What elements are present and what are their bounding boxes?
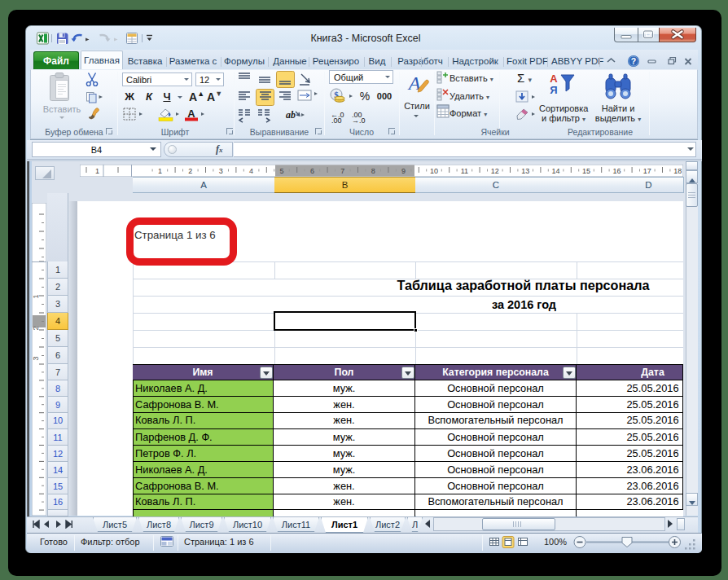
svg-text:3: 3 [32,356,40,360]
svg-text:10: 10 [430,167,438,175]
svg-text:15: 15 [582,167,590,175]
svg-text:5: 5 [279,167,283,175]
svg-text:18: 18 [673,167,682,175]
svg-text:2: 2 [188,167,192,175]
svg-text:Я: Я [550,84,557,96]
svg-text:4: 4 [249,167,253,175]
svg-text:13: 13 [521,167,529,175]
svg-text:12: 12 [491,167,499,175]
svg-text:6: 6 [310,167,314,175]
svg-text:17: 17 [643,167,651,175]
svg-text:1: 1 [32,294,40,298]
svg-text:2: 2 [32,326,40,330]
svg-text:?: ? [631,56,636,66]
svg-text:11: 11 [461,167,468,175]
svg-text:А: А [550,72,558,85]
svg-text:ab: ab [286,109,296,121]
svg-text:9: 9 [401,167,406,175]
svg-text:16: 16 [612,167,621,175]
svg-text:%: % [360,90,370,103]
svg-text:1: 1 [158,167,162,175]
svg-text:8: 8 [371,167,375,175]
svg-text:1: 1 [95,167,99,175]
svg-text:7: 7 [340,167,344,175]
svg-text:.00: .00 [331,116,342,124]
svg-text:14: 14 [552,167,560,175]
svg-text:000: 000 [377,91,392,101]
svg-text:→.0: →.0 [352,116,366,124]
svg-text:3: 3 [219,167,223,175]
